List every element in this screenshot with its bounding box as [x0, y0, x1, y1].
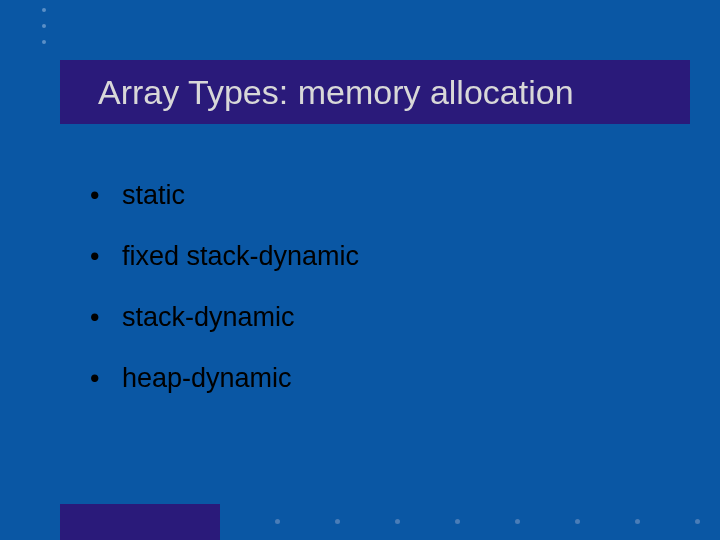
- dot-icon: [575, 519, 580, 524]
- bullet-icon: •: [90, 302, 122, 333]
- decorative-dots-top: [42, 8, 46, 44]
- bullet-list: • static • fixed stack-dynamic • stack-d…: [90, 180, 660, 424]
- decorative-dots-bottom: [275, 519, 700, 524]
- dot-icon: [395, 519, 400, 524]
- dot-icon: [42, 24, 46, 28]
- title-bar: Array Types: memory allocation: [60, 60, 690, 124]
- bullet-text: stack-dynamic: [122, 302, 295, 333]
- slide-title: Array Types: memory allocation: [98, 73, 574, 112]
- bullet-icon: •: [90, 363, 122, 394]
- footer-block: [60, 504, 220, 540]
- dot-icon: [335, 519, 340, 524]
- bullet-icon: •: [90, 241, 122, 272]
- list-item: • fixed stack-dynamic: [90, 241, 660, 272]
- dot-icon: [275, 519, 280, 524]
- dot-icon: [635, 519, 640, 524]
- list-item: • stack-dynamic: [90, 302, 660, 333]
- dot-icon: [42, 8, 46, 12]
- list-item: • static: [90, 180, 660, 211]
- bullet-text: fixed stack-dynamic: [122, 241, 359, 272]
- bullet-text: static: [122, 180, 185, 211]
- dot-icon: [695, 519, 700, 524]
- list-item: • heap-dynamic: [90, 363, 660, 394]
- bullet-icon: •: [90, 180, 122, 211]
- dot-icon: [42, 40, 46, 44]
- dot-icon: [455, 519, 460, 524]
- dot-icon: [515, 519, 520, 524]
- bullet-text: heap-dynamic: [122, 363, 292, 394]
